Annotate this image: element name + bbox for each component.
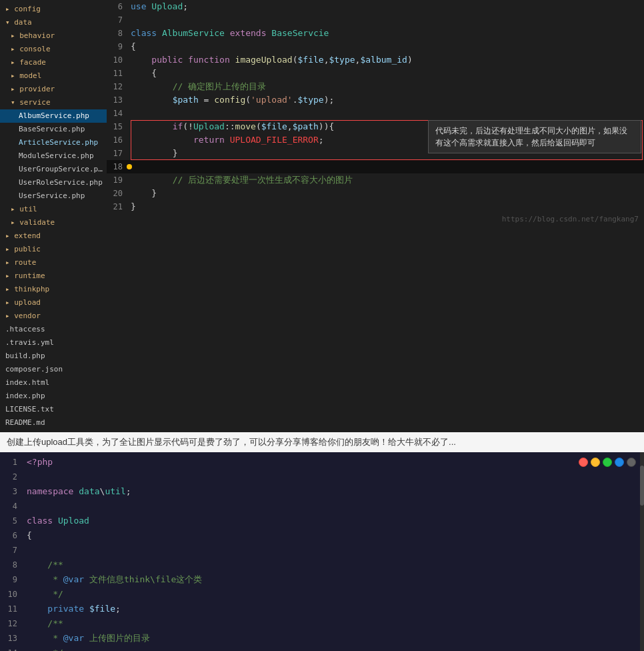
sidebar-item-build[interactable]: build.php bbox=[0, 350, 107, 363]
code-line-18: 18 bbox=[107, 160, 644, 173]
sidebar-item-usergroupservice[interactable]: UserGroupService.php bbox=[0, 163, 107, 176]
line-num-19: 19 bbox=[107, 173, 131, 187]
b-line-num-2: 2 bbox=[0, 470, 27, 484]
sidebar-item-validate[interactable]: ▸ validate bbox=[0, 216, 107, 229]
b-line-num-8: 8 bbox=[0, 558, 27, 572]
bottom-code-lines: 1 <?php 2 3 namespace data\util; 4 5 cla… bbox=[0, 452, 644, 651]
sidebar-item-baseservcie[interactable]: BaseServcie.php bbox=[0, 123, 107, 136]
b-line-content-8: /** bbox=[27, 558, 644, 572]
b-code-line-13: 13 * @var 上传图片的目录 bbox=[0, 631, 644, 646]
wc-yellow[interactable] bbox=[591, 458, 600, 467]
sidebar-item-facade[interactable]: ▸ facade bbox=[0, 56, 107, 69]
sidebar-item-route[interactable]: ▸ route bbox=[0, 256, 107, 269]
b-line-num-6: 6 bbox=[0, 528, 27, 543]
b-line-content-6: { bbox=[27, 528, 644, 543]
b-line-content-5: class Upload bbox=[27, 514, 644, 528]
b-line-content-1: <?php bbox=[27, 455, 644, 470]
wc-green[interactable] bbox=[603, 458, 612, 467]
b-line-content-10: */ bbox=[27, 587, 644, 602]
top-code-lines: 6 use Upload; 7 8 class AlbumService ext… bbox=[107, 0, 644, 213]
wc-red[interactable] bbox=[579, 458, 588, 467]
b-code-line-10: 10 */ bbox=[0, 587, 644, 602]
sidebar-item-userservice[interactable]: UserService.php bbox=[0, 189, 107, 203]
line-num-10: 10 bbox=[107, 53, 131, 67]
b-line-num-7: 7 bbox=[0, 543, 27, 558]
sidebar-item-service[interactable]: ▾ service bbox=[0, 96, 107, 109]
line-content-8: class AlbumService extends BaseServcie bbox=[131, 27, 644, 40]
b-line-num-3: 3 bbox=[0, 484, 27, 499]
sidebar: ▸ config ▾ data ▸ behavior ▸ console ▸ f… bbox=[0, 0, 107, 432]
line-content-13: $path = config('upload'.$type); bbox=[131, 93, 644, 107]
sidebar-item-vendor[interactable]: ▸ vendor bbox=[0, 309, 107, 323]
b-line-num-13: 13 bbox=[0, 631, 27, 646]
line-num-12: 12 bbox=[107, 80, 131, 93]
b-line-content-12: /** bbox=[27, 616, 644, 631]
line-num-14: 14 bbox=[107, 107, 131, 120]
line-content-21: } bbox=[131, 200, 644, 213]
sidebar-item-license[interactable]: LICENSE.txt bbox=[0, 403, 107, 416]
sidebar-item-readme[interactable]: README.md bbox=[0, 416, 107, 430]
sidebar-item-composerjson[interactable]: composer.json bbox=[0, 363, 107, 376]
line-num-13: 13 bbox=[107, 93, 131, 107]
wc-gray[interactable] bbox=[627, 458, 636, 467]
b-line-num-14: 14 bbox=[0, 646, 27, 651]
sidebar-item-userroleservice[interactable]: UserRoleService.php bbox=[0, 176, 107, 189]
sidebar-item-console[interactable]: ▸ console bbox=[0, 43, 107, 56]
sidebar-item-indexhtml[interactable]: index.html bbox=[0, 376, 107, 390]
line-num-6: 6 bbox=[107, 0, 131, 13]
top-section: ▸ config ▾ data ▸ behavior ▸ console ▸ f… bbox=[0, 0, 644, 432]
code-line-6: 6 use Upload; bbox=[107, 0, 644, 13]
line-content-11: { bbox=[131, 67, 644, 80]
b-code-line-5: 5 class Upload bbox=[0, 514, 644, 528]
sidebar-item-htaccess[interactable]: .htaccess bbox=[0, 323, 107, 336]
code-line-19: 19 // 后边还需要处理一次性生成不容大小的图片 bbox=[107, 173, 644, 187]
sidebar-item-thinkphp[interactable]: ▸ thinkphp bbox=[0, 283, 107, 296]
b-code-line-3: 3 namespace data\util; bbox=[0, 484, 644, 499]
sidebar-item-model[interactable]: ▸ model bbox=[0, 69, 107, 83]
code-line-10: 10 public function imageUpload($file,$ty… bbox=[107, 53, 644, 67]
sidebar-item-indexphp[interactable]: index.php bbox=[0, 390, 107, 403]
line-content-10: public function imageUpload($file,$type,… bbox=[131, 53, 644, 67]
b-line-num-11: 11 bbox=[0, 602, 27, 616]
sidebar-item-behavior[interactable]: ▸ behavior bbox=[0, 29, 107, 43]
line-num-17: 17 bbox=[107, 147, 131, 160]
sidebar-item-public[interactable]: ▸ public bbox=[0, 243, 107, 256]
yellow-dot bbox=[127, 164, 132, 169]
line-content-12: // 确定图片上传的目录 bbox=[131, 80, 644, 93]
tooltip: 代码未完，后边还有处理生成不同大小的图片，如果没有这个高需求就直接入库，然后给返… bbox=[428, 120, 641, 153]
b-code-line-11: 11 private $file; bbox=[0, 602, 644, 616]
code-line-14: 14 bbox=[107, 107, 644, 120]
sidebar-item-travis[interactable]: .travis.yml bbox=[0, 336, 107, 350]
top-code-area: 6 use Upload; 7 8 class AlbumService ext… bbox=[107, 0, 644, 432]
scrollbar[interactable] bbox=[640, 452, 644, 651]
sidebar-item-provider[interactable]: ▸ provider bbox=[0, 83, 107, 96]
b-code-line-9: 9 * @var 文件信息think\file这个类 bbox=[0, 572, 644, 587]
sidebar-item-upload[interactable]: ▸ upload bbox=[0, 296, 107, 309]
b-line-content-11: private $file; bbox=[27, 602, 644, 616]
line-content-19: // 后边还需要处理一次性生成不容大小的图片 bbox=[131, 173, 644, 187]
middle-text: 创建上传upload工具类，为了全让图片显示代码可是费了劲了，可以分享分享博客给… bbox=[0, 432, 644, 452]
code-line-7: 7 bbox=[107, 13, 644, 27]
sidebar-item-extend[interactable]: ▸ extend bbox=[0, 229, 107, 243]
sidebar-item-albumservice[interactable]: AlbumService.php bbox=[0, 109, 107, 123]
code-line-12: 12 // 确定图片上传的目录 bbox=[107, 80, 644, 93]
scrollbar-thumb[interactable] bbox=[640, 466, 644, 506]
b-code-line-7: 7 bbox=[0, 543, 644, 558]
sidebar-item-util[interactable]: ▸ util bbox=[0, 203, 107, 216]
sidebar-item-moduleservice[interactable]: ModuleService.php bbox=[0, 149, 107, 163]
code-line-13: 13 $path = config('upload'.$type); bbox=[107, 93, 644, 107]
wc-blue[interactable] bbox=[615, 458, 624, 467]
b-code-line-12: 12 /** bbox=[0, 616, 644, 631]
line-num-8: 8 bbox=[107, 27, 131, 40]
line-content-6: use Upload; bbox=[131, 0, 644, 13]
sidebar-item-data[interactable]: ▾ data bbox=[0, 16, 107, 29]
line-num-15: 15 bbox=[107, 120, 131, 133]
b-line-num-12: 12 bbox=[0, 616, 27, 631]
line-num-9: 9 bbox=[107, 40, 131, 53]
line-num-16: 16 bbox=[107, 133, 131, 147]
sidebar-item-config[interactable]: ▸ config bbox=[0, 3, 107, 16]
line-num-11: 11 bbox=[107, 67, 131, 80]
sidebar-item-articleservice[interactable]: ArticleService.php bbox=[0, 136, 107, 149]
sidebar-item-runtime[interactable]: ▸ runtime bbox=[0, 269, 107, 283]
b-line-num-9: 9 bbox=[0, 572, 27, 587]
